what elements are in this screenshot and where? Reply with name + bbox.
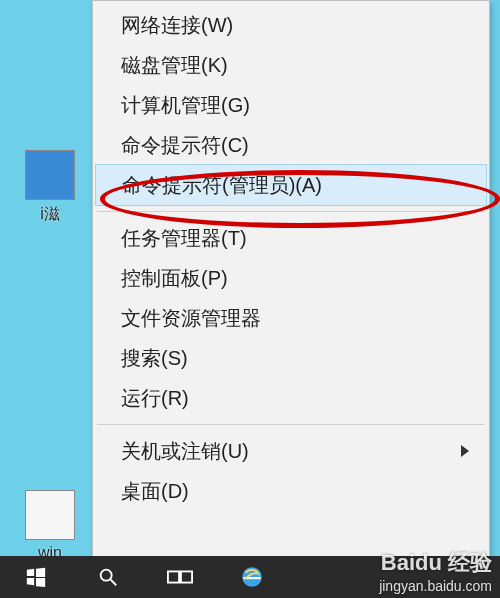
taskbar-search-button[interactable]	[72, 556, 144, 598]
svg-rect-2	[168, 571, 179, 582]
menu-item-label: 计算机管理(G)	[121, 94, 250, 116]
menu-item[interactable]: 命令提示符(C)	[95, 125, 487, 165]
menu-item-label: 任务管理器(T)	[121, 227, 247, 249]
menu-item[interactable]: 磁盘管理(K)	[95, 45, 487, 85]
taskbar-app-button[interactable]	[216, 556, 288, 598]
desktop-icon[interactable]: i滋	[20, 150, 80, 225]
menu-item[interactable]: 计算机管理(G)	[95, 85, 487, 125]
menu-item[interactable]: 运行(R)	[95, 378, 487, 418]
search-icon	[97, 566, 119, 588]
task-view-icon	[167, 566, 193, 588]
menu-item-label: 磁盘管理(K)	[121, 54, 228, 76]
ie-icon	[239, 564, 265, 590]
menu-separator	[97, 424, 485, 425]
desktop-icon-label: i滋	[20, 204, 80, 225]
chevron-right-icon	[461, 445, 469, 457]
windows-icon	[25, 566, 47, 588]
svg-rect-3	[181, 571, 192, 582]
menu-item[interactable]: 文件资源管理器	[95, 298, 487, 338]
menu-item-label: 命令提示符(C)	[121, 134, 249, 156]
menu-item-label: 控制面板(P)	[121, 267, 228, 289]
menu-item-label: 桌面(D)	[121, 480, 189, 502]
menu-item[interactable]: 桌面(D)	[95, 471, 487, 511]
menu-item[interactable]: 网络连接(W)	[95, 5, 487, 45]
menu-item-label: 运行(R)	[121, 387, 189, 409]
start-button[interactable]	[0, 556, 72, 598]
menu-item[interactable]: 任务管理器(T)	[95, 218, 487, 258]
winx-menu: 网络连接(W)磁盘管理(K)计算机管理(G)命令提示符(C)命令提示符(管理员)…	[92, 0, 490, 558]
menu-item[interactable]: 控制面板(P)	[95, 258, 487, 298]
menu-item[interactable]: 搜索(S)	[95, 338, 487, 378]
menu-item-label: 关机或注销(U)	[121, 440, 249, 462]
task-view-button[interactable]	[144, 556, 216, 598]
menu-item-label: 网络连接(W)	[121, 14, 233, 36]
menu-separator	[97, 211, 485, 212]
taskbar	[0, 556, 500, 598]
menu-item-label: 搜索(S)	[121, 347, 188, 369]
app-icon	[25, 490, 75, 540]
menu-item-label: 文件资源管理器	[121, 307, 261, 329]
app-icon	[25, 150, 75, 200]
menu-item[interactable]: 命令提示符(管理员)(A)	[95, 164, 487, 206]
svg-point-0	[101, 570, 112, 581]
svg-line-1	[111, 580, 117, 586]
desktop-icon[interactable]: win	[20, 490, 80, 562]
menu-item-label: 命令提示符(管理员)(A)	[122, 174, 322, 196]
menu-item[interactable]: 关机或注销(U)	[95, 431, 487, 471]
